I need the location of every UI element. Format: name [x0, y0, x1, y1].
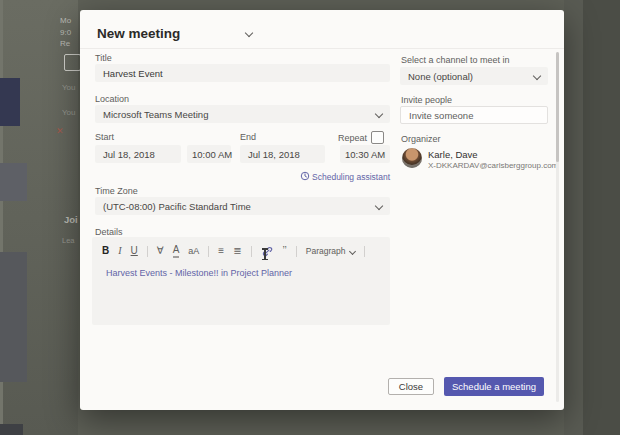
scheduling-assistant-link[interactable]: Scheduling assistant	[80, 171, 390, 182]
background-text: Mo	[60, 16, 78, 25]
details-content-link[interactable]: Harvest Events - Milestone!! in Project …	[106, 268, 292, 278]
bold-icon[interactable]: B	[102, 243, 109, 259]
end-label: End	[240, 132, 256, 142]
start-date-picker[interactable]: Jul 18, 2018	[95, 145, 181, 163]
start-label: Start	[95, 132, 114, 142]
background-selected-sidebar-item	[0, 78, 20, 126]
end-time-value: 10:30 AM	[345, 149, 385, 160]
title-label: Title	[95, 53, 112, 63]
background-x-icon: ✕	[56, 126, 64, 136]
close-button-label: Close	[399, 381, 423, 392]
organizer-label: Organizer	[401, 134, 441, 144]
start-time-value: 10:00 AM	[192, 149, 232, 160]
repeat-checkbox[interactable]	[371, 131, 384, 144]
paragraph-style-label: Paragraph	[306, 246, 346, 256]
toolbar-divider	[296, 246, 297, 257]
end-date-value: Jul 18, 2018	[248, 149, 300, 160]
background-learn-text: Lea	[62, 236, 75, 245]
toolbar-divider	[208, 246, 209, 257]
chevron-down-icon[interactable]	[245, 29, 253, 37]
timezone-label: Time Zone	[95, 186, 138, 196]
details-editor[interactable]: B I U ∀ A aA ≡ ≣ ’’ Paragraph	[92, 237, 390, 325]
schedule-meeting-button[interactable]: Schedule a meeting	[444, 377, 544, 396]
title-input[interactable]: Harvest Event	[95, 64, 390, 82]
bullet-list-icon[interactable]: ≡	[218, 243, 224, 259]
repeat-label: Repeat	[338, 133, 367, 143]
background-text: You	[62, 108, 76, 117]
background-bottom-block	[0, 424, 23, 435]
channel-label: Select a channel to meet in	[401, 55, 510, 65]
new-meeting-dialog: New meeting Title Harvest Event Location…	[80, 10, 564, 410]
start-time-picker[interactable]: 10:00 AM	[187, 145, 231, 163]
numbered-list-icon[interactable]: ≣	[233, 243, 241, 259]
invite-people-label: Invite people	[401, 95, 452, 105]
highlight-icon[interactable]: ∀	[157, 243, 164, 259]
background-button-outline	[64, 54, 81, 71]
background-text: You	[62, 83, 76, 92]
invite-people-input[interactable]	[400, 106, 548, 124]
teams-app-screen: Mo 9:0 Re You You ✕ Joi Lea New meeting …	[0, 0, 620, 435]
chevron-down-icon	[533, 72, 541, 80]
chevron-down-icon	[375, 110, 383, 118]
timezone-dropdown[interactable]: (UTC-08:00) Pacific Standard Time	[95, 197, 390, 215]
schedule-button-label: Schedule a meeting	[452, 381, 536, 392]
chevron-down-icon	[349, 247, 356, 254]
text-cursor	[264, 248, 266, 260]
background-text: Re	[60, 39, 78, 48]
dialog-title: New meeting	[97, 26, 180, 41]
organizer-name: Karle, Dave	[428, 149, 478, 160]
start-date-value: Jul 18, 2018	[103, 149, 155, 160]
end-time-picker[interactable]: 10:30 AM	[340, 145, 390, 163]
background-right-strip	[564, 0, 583, 435]
clock-icon	[300, 171, 310, 181]
background-sidebar-block	[0, 252, 27, 382]
dialog-scrollbar-thumb[interactable]	[556, 52, 559, 162]
font-color-icon[interactable]: A	[173, 244, 180, 258]
background-sidebar-block	[0, 163, 27, 201]
toolbar-divider	[364, 246, 365, 257]
location-label: Location	[95, 94, 129, 104]
close-button[interactable]: Close	[388, 378, 434, 395]
scheduling-assistant-label: Scheduling assistant	[312, 172, 390, 182]
background-join-heading: Joi	[64, 214, 78, 225]
details-label: Details	[95, 227, 123, 237]
timezone-value: (UTC-08:00) Pacific Standard Time	[103, 201, 251, 212]
quote-icon[interactable]: ’’	[283, 243, 287, 259]
channel-value: None (optional)	[408, 71, 473, 82]
font-size-icon[interactable]: aA	[188, 243, 199, 259]
toolbar-divider	[251, 246, 252, 257]
formatting-toolbar: B I U ∀ A aA ≡ ≣ ’’ Paragraph	[102, 243, 365, 259]
italic-icon[interactable]: I	[118, 243, 121, 259]
underline-icon[interactable]: U	[131, 243, 138, 259]
background-text: 9:0	[60, 28, 78, 37]
end-date-picker[interactable]: Jul 18, 2018	[240, 145, 325, 163]
location-dropdown[interactable]: Microsoft Teams Meeting	[95, 105, 390, 123]
link-icon[interactable]	[261, 245, 274, 258]
header-divider	[80, 48, 564, 49]
organizer-avatar	[402, 148, 422, 168]
background-right-dark-strip	[583, 0, 620, 435]
paragraph-style-dropdown[interactable]: Paragraph	[306, 246, 355, 256]
channel-dropdown[interactable]: None (optional)	[400, 67, 548, 85]
location-value: Microsoft Teams Meeting	[103, 109, 208, 120]
title-value: Harvest Event	[103, 68, 163, 79]
organizer-email: X-DKKARDAV@carlsberggroup.com	[428, 161, 558, 170]
toolbar-divider	[147, 246, 148, 257]
chevron-down-icon	[375, 202, 383, 210]
